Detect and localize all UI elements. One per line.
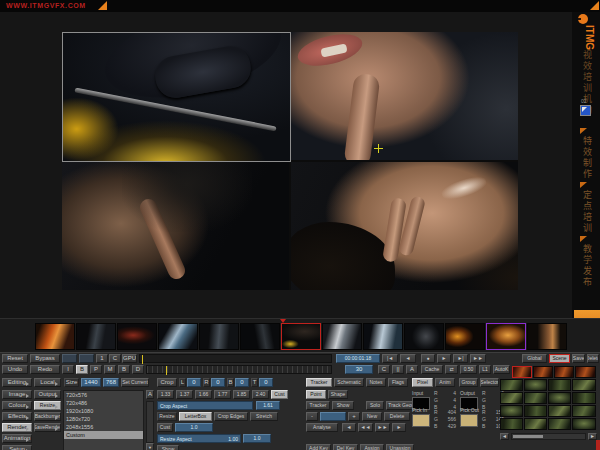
clip-thumbnail[interactable] <box>572 418 596 430</box>
point-button[interactable]: Point <box>306 390 326 399</box>
clip-thumbnail[interactable] <box>500 405 523 417</box>
aspect-137-button[interactable]: 1.37 <box>176 390 193 399</box>
del-key-button[interactable]: Del Key <box>333 444 358 450</box>
tracker-crosshair-icon[interactable] <box>374 148 383 149</box>
film-thumbnail[interactable] <box>527 323 567 350</box>
clip-thumbnail[interactable] <box>548 392 571 404</box>
step-forward-button[interactable]: ►| <box>453 354 468 363</box>
redo-button[interactable]: Redo <box>30 365 60 374</box>
reset-button[interactable]: Reset <box>2 354 28 363</box>
aspect-177-button[interactable]: 1.77 <box>214 390 231 399</box>
go-end-button[interactable]: ►► <box>470 354 486 363</box>
view-1-button[interactable]: 1 <box>96 354 108 363</box>
film-thumbnail[interactable] <box>445 323 485 350</box>
bypass-button[interactable]: Bypass <box>30 354 60 363</box>
go-start-button[interactable]: |◄ <box>382 354 398 363</box>
scroll-down-button[interactable]: ▼ <box>146 443 154 450</box>
library-scroll-handle[interactable] <box>513 435 543 438</box>
resolution-item[interactable]: 720x576 <box>64 391 143 399</box>
crop-t-field[interactable]: 0 <box>259 378 273 387</box>
film-thumbnail[interactable] <box>322 323 362 350</box>
mark-b2-button[interactable]: B <box>118 365 130 374</box>
clip-thumbnail[interactable] <box>524 418 547 430</box>
shape-button[interactable]: Shape <box>328 390 348 399</box>
add-key-button[interactable]: Add Key <box>306 444 331 450</box>
mark-m-button[interactable]: M <box>104 365 116 374</box>
crop-l-field[interactable]: 0 <box>187 378 201 387</box>
frame-ruler[interactable] <box>146 365 332 374</box>
compare-button[interactable]: C <box>109 354 121 363</box>
pick-in-swatch[interactable] <box>412 414 430 427</box>
list-a-button[interactable]: A <box>146 390 154 399</box>
resolution-item[interactable]: 2048x1556 <box>64 423 143 431</box>
analyse-fwd-button[interactable]: ► <box>392 423 406 432</box>
undo-button[interactable]: Undo <box>2 365 28 374</box>
auto-button[interactable]: A <box>406 365 418 374</box>
blank-slot-button[interactable] <box>79 354 94 363</box>
selector-button[interactable]: Selector <box>480 378 499 387</box>
timeline-bar[interactable] <box>139 354 332 363</box>
save-button[interactable]: Save <box>572 354 585 363</box>
aspect-166-button[interactable]: 1.66 <box>195 390 212 399</box>
clip-thumbnail[interactable] <box>548 405 571 417</box>
mark-d-button[interactable]: D <box>132 365 144 374</box>
resize-aspect-field[interactable]: 1.0 <box>243 434 271 443</box>
video-quad-shoulder[interactable] <box>291 162 518 290</box>
playhead-tick[interactable] <box>142 355 143 364</box>
show-tracker-button[interactable]: Show <box>332 401 354 410</box>
film-thumbnail[interactable] <box>76 323 116 350</box>
aspect-133-button[interactable]: 1.33 <box>157 390 174 399</box>
point-minus-button[interactable]: - <box>306 412 318 421</box>
fps-button[interactable]: 30 <box>345 365 373 374</box>
film-thumbnail-selected[interactable] <box>281 323 321 350</box>
unassign-button[interactable]: Unassign <box>386 444 414 450</box>
video-quad-glove[interactable] <box>62 32 291 162</box>
aspect-240-button[interactable]: 2.40 <box>252 390 269 399</box>
resolution-item[interactable]: 720x486 <box>64 399 143 407</box>
clip-thumbnail[interactable] <box>572 379 596 391</box>
tracker-button[interactable]: Tracker <box>306 401 330 410</box>
aspect-cust-button[interactable]: Cust <box>271 390 288 399</box>
resolution-item[interactable]: 1280x720 <box>64 415 143 423</box>
loop-button[interactable]: ⇄ <box>445 365 458 374</box>
assign-button[interactable]: Assign <box>360 444 384 450</box>
crop-aspect-slider[interactable]: Crop Aspect <box>157 401 253 410</box>
resolution-item[interactable]: 1920x1080 <box>64 407 143 415</box>
crop-r-field[interactable]: 0 <box>211 378 225 387</box>
pause-button[interactable]: || <box>392 365 404 374</box>
clip-thumbnail[interactable] <box>572 392 596 404</box>
frame-tick[interactable] <box>166 366 167 375</box>
crop-edges-button[interactable]: Crop Edges <box>214 412 248 421</box>
cust-button[interactable]: Cust <box>157 423 173 432</box>
menu-effects[interactable]: Effects <box>2 412 32 421</box>
cache-button[interactable]: Cache <box>421 365 443 374</box>
l1-button[interactable]: L1 <box>479 365 491 374</box>
tab-flags[interactable]: Flags <box>388 378 408 387</box>
clip-thumbnail-selected[interactable] <box>512 366 532 378</box>
point-number-field[interactable] <box>320 412 346 421</box>
new-button[interactable]: New <box>362 412 382 421</box>
film-thumbnail[interactable] <box>404 323 444 350</box>
mode-pixel[interactable]: Pixel <box>412 378 433 387</box>
clip-thumbnail[interactable] <box>500 392 523 404</box>
video-quad-chin[interactable] <box>62 162 289 290</box>
video-quad-face[interactable] <box>291 32 518 160</box>
analyse-back-all-button[interactable]: ◄◄ <box>358 423 373 432</box>
size-width-field[interactable]: 1440 <box>81 378 101 387</box>
list-scrollbar[interactable] <box>146 401 154 443</box>
mark-p-button[interactable]: P <box>90 365 102 374</box>
tab-notes[interactable]: Notes <box>366 378 386 387</box>
point-plus-button[interactable]: + <box>348 412 360 421</box>
film-thumbnail-tagged[interactable] <box>486 323 526 350</box>
mark-b-button[interactable]: B <box>76 365 88 374</box>
menu-image[interactable]: Image <box>2 390 32 399</box>
submenu-local[interactable]: Local <box>34 378 61 387</box>
mode-anim[interactable]: Anim <box>435 378 455 387</box>
blank-slot-button[interactable] <box>62 354 77 363</box>
global-button[interactable]: Global <box>522 354 547 363</box>
library-scrollbar[interactable] <box>511 433 586 440</box>
scene-button[interactable]: Scene <box>549 354 570 363</box>
film-thumbnail[interactable] <box>158 323 198 350</box>
clip-thumbnail[interactable] <box>572 405 596 417</box>
film-thumbnail[interactable] <box>363 323 403 350</box>
